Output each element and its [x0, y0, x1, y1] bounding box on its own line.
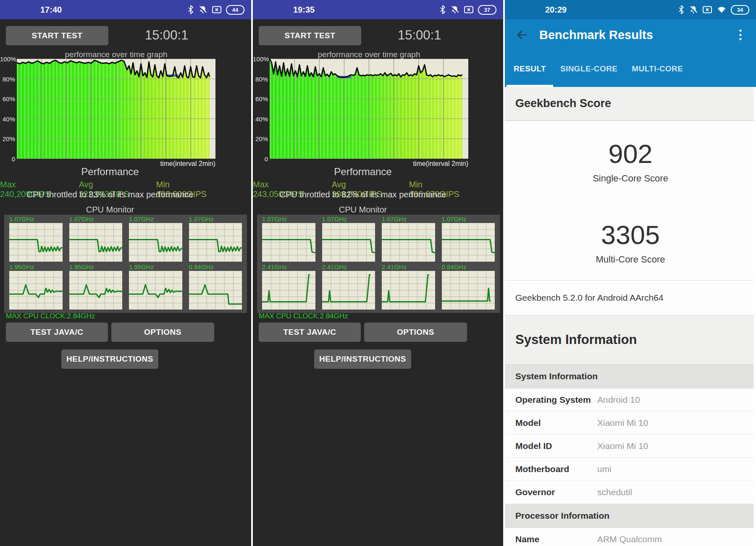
bluetooth-icon	[187, 5, 194, 14]
row-value: Android 10	[597, 395, 640, 405]
start-test-button[interactable]: START TEST	[6, 26, 108, 45]
throttle-summary: CPU throttled to 83% of its max performa…	[0, 190, 220, 200]
panel-throttling-test-2: 19:35 37 START TEST 15:00:1 performance …	[253, 0, 503, 546]
y-axis-tick: 0	[253, 155, 268, 163]
no-sim-icon	[464, 5, 474, 14]
tab-single-core[interactable]: SINGLE-CORE	[553, 50, 625, 87]
test-java-c-button[interactable]: TEST JAVA/C	[6, 323, 108, 342]
status-bar: 19:35 37	[253, 0, 503, 19]
overflow-menu-icon[interactable]	[733, 28, 748, 42]
processor-information-table: Name ARM Qualcomm	[505, 528, 756, 546]
cpu-monitor-heading: CPU Monitor	[253, 205, 473, 215]
row-value: schedutil	[597, 487, 632, 497]
notifications-muted-icon	[450, 5, 459, 14]
table-row: Governor schedutil	[505, 481, 756, 504]
notifications-muted-icon	[198, 5, 207, 14]
bluetooth-icon	[439, 5, 446, 14]
performance-graph-title: performance over time graph	[17, 50, 215, 59]
row-value: Xiaomi Mi 10	[597, 418, 648, 428]
cpu-core-cell: 1.07GHz	[262, 215, 315, 263]
notifications-muted-icon	[689, 5, 698, 14]
cpu-core-frequency-chart	[189, 271, 242, 310]
row-label: Motherboard	[505, 464, 597, 474]
help-instructions-button[interactable]: HELP/INSTRUCTIONS	[61, 349, 158, 369]
multi-core-score-label: Multi-Core Score	[505, 254, 756, 265]
cpu-core-freq-label: 1.95GHz	[9, 263, 63, 271]
panel-geekbench-results: 20:29 34 Benchmark Results RESULT SINGLE…	[505, 0, 756, 546]
y-axis-tick: 60%	[253, 95, 268, 102]
status-bar: 17:40 44	[0, 0, 251, 19]
scrollbar[interactable]	[753, 87, 756, 546]
no-sim-icon	[212, 5, 222, 14]
performance-heading: Performance	[0, 166, 220, 178]
tab-multi-core[interactable]: MULTI-CORE	[625, 50, 690, 87]
back-arrow-icon[interactable]	[515, 28, 529, 42]
cpu-core-cell: 1.07GHz	[69, 215, 123, 263]
cpu-core-frequency-chart	[322, 223, 375, 262]
y-axis-tick: 80%	[0, 75, 15, 82]
cpu-core-cell: 1.95GHz	[9, 263, 63, 311]
status-time: 20:29	[545, 0, 567, 19]
y-axis-tick: 60%	[0, 95, 15, 102]
single-core-score-value: 902	[505, 139, 756, 169]
y-axis-tick: 100%	[0, 55, 15, 63]
cpu-core-freq-label: 1.95GHz	[69, 263, 123, 271]
cpu-core-freq-label: 1.07GHz	[382, 215, 435, 223]
tab-result[interactable]: RESULT	[507, 50, 553, 87]
cpu-core-cell: 2.41GHz	[382, 263, 435, 311]
cpu-core-frequency-chart	[9, 223, 63, 262]
cpu-monitor-grid: 1.07GHz1.07GHz1.07GHz1.07GHz2.41GHz2.41G…	[257, 215, 500, 313]
no-sim-icon	[702, 5, 712, 14]
cpu-core-freq-label: 2.41GHz	[382, 263, 435, 271]
table-row: Model Xiaomi Mi 10	[505, 412, 756, 435]
single-core-score-label: Single-Core Score	[505, 173, 756, 184]
cpu-core-cell: 1.07GHz	[189, 215, 242, 263]
section-header-processor-information: Processor Information	[505, 504, 756, 528]
cpu-core-freq-label: 1.07GHz	[129, 215, 182, 223]
row-label: Model	[505, 418, 597, 428]
row-label: Operating System	[505, 395, 597, 405]
battery-icon: 37	[478, 5, 496, 15]
divider	[505, 280, 756, 281]
cpu-core-frequency-chart	[262, 271, 315, 310]
cpu-core-freq-label: 1.07GHz	[442, 215, 495, 223]
cpu-core-freq-label: 0.84GHz	[442, 263, 495, 271]
status-time: 19:35	[293, 0, 315, 19]
cpu-core-frequency-chart	[9, 271, 63, 310]
start-test-button[interactable]: START TEST	[259, 26, 361, 45]
panel-throttling-test-1: 17:40 44 START TEST 15:00:1 performance …	[0, 0, 251, 546]
options-button[interactable]: OPTIONS	[111, 323, 214, 342]
row-label: Governor	[505, 487, 597, 497]
max-cpu-clock-label: MAX CPU CLOCK:2.84GHz	[6, 312, 95, 320]
cpu-core-cell: 2.41GHz	[322, 263, 375, 311]
y-axis-tick: 100%	[253, 55, 268, 63]
wifi-icon	[717, 5, 727, 14]
y-axis-tick: 20%	[253, 135, 268, 142]
cpu-core-freq-label: 1.07GHz	[322, 215, 375, 223]
test-java-c-button[interactable]: TEST JAVA/C	[259, 323, 361, 342]
section-header-system-information: System Information	[505, 365, 756, 388]
cpu-core-freq-label: 2.41GHz	[322, 263, 375, 271]
cpu-core-cell: 1.07GHz	[322, 215, 375, 263]
performance-over-time-chart	[270, 59, 468, 159]
status-bar: 20:29 34	[505, 0, 756, 19]
y-axis-tick: 20%	[0, 135, 15, 142]
cpu-core-frequency-chart	[442, 271, 495, 310]
table-row: Operating System Android 10	[505, 388, 756, 412]
cpu-core-freq-label: 1.07GHz	[9, 215, 63, 223]
y-axis-tick: 0	[0, 155, 15, 163]
performance-graph-title: performance over time graph	[270, 50, 468, 59]
battery-icon: 34	[731, 5, 749, 15]
cpu-core-cell: 1.95GHz	[129, 263, 182, 311]
cpu-core-cell: 1.95GHz	[69, 263, 123, 311]
cpu-core-cell: 2.41GHz	[262, 263, 315, 311]
cpu-core-frequency-chart	[129, 223, 182, 262]
cpu-core-cell: 1.07GHz	[442, 215, 495, 263]
options-button[interactable]: OPTIONS	[364, 323, 467, 342]
cpu-core-frequency-chart	[69, 223, 123, 262]
cpu-core-frequency-chart	[382, 271, 435, 310]
cpu-core-freq-label: 2.41GHz	[262, 263, 315, 271]
help-instructions-button[interactable]: HELP/INSTRUCTIONS	[314, 349, 411, 369]
cpu-core-frequency-chart	[322, 271, 375, 310]
cpu-core-freq-label: 1.07GHz	[69, 215, 123, 223]
